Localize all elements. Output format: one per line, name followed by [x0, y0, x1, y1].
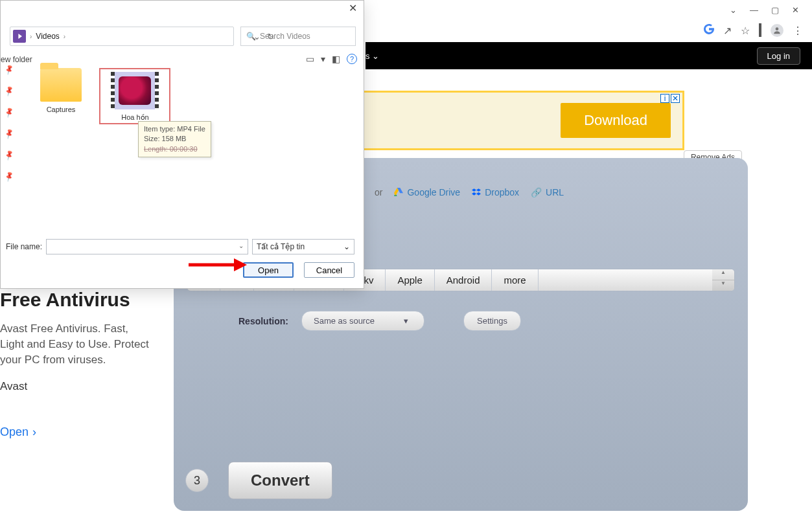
pin-icon[interactable]: 📌: [3, 128, 16, 139]
breadcrumb-separator: ›: [30, 33, 32, 40]
dialog-close-icon[interactable]: ✕: [349, 2, 357, 14]
convert-row: 3 Convert: [185, 462, 332, 499]
search-icon: 🔍: [246, 32, 256, 41]
format-stepper[interactable]: ▲▼: [712, 269, 734, 291]
extensions-icon[interactable]: [759, 25, 761, 36]
pin-icon[interactable]: 📌: [3, 149, 16, 161]
preview-pane-icon[interactable]: ◧: [332, 54, 340, 64]
source-url-label: URL: [546, 187, 564, 197]
tooltip-line: Item type: MP4 File: [144, 124, 205, 134]
pin-icon[interactable]: 📌: [3, 63, 16, 75]
google-icon[interactable]: [704, 24, 714, 37]
header-nav-item[interactable]: s ⌄: [365, 51, 379, 61]
help-icon[interactable]: ?: [347, 54, 357, 64]
ad-controls: i ✕: [660, 94, 680, 103]
format-tab[interactable]: Android: [435, 269, 493, 291]
sidebar-ad-open-link[interactable]: Open ›: [0, 425, 150, 439]
tooltip-line: Length: 00:00:30: [144, 144, 205, 154]
window-close-icon[interactable]: ✕: [792, 5, 799, 15]
ad-close-icon[interactable]: ✕: [671, 94, 680, 103]
breadcrumb-separator: ›: [64, 33, 65, 40]
sidebar-ad: Free Antivirus Avast Free Antivirus. Fas…: [0, 289, 156, 439]
pin-icon[interactable]: 📌: [3, 106, 16, 118]
bookmark-star-icon[interactable]: ☆: [741, 25, 750, 37]
file-open-dialog: ✕ › Videos › ⌄ ↻ 🔍 Search Videos ew fold…: [0, 0, 364, 289]
tooltip-line: Size: 158 MB: [144, 134, 205, 144]
chevron-down-icon[interactable]: ⌄: [238, 242, 244, 249]
source-dropbox[interactable]: Dropbox: [472, 187, 519, 197]
chevron-down-icon: ▾: [404, 316, 408, 326]
ad-info-icon[interactable]: i: [660, 94, 669, 103]
video-thumbnail: [111, 72, 159, 109]
sidebar-ad-title: Free Antivirus: [0, 289, 150, 311]
window-dropdown-icon[interactable]: ⌄: [730, 5, 737, 15]
settings-button[interactable]: Settings: [463, 311, 521, 331]
profile-icon[interactable]: [771, 24, 783, 37]
view-toolbar: ▭ ▾ ◧ ?: [306, 54, 357, 64]
format-tab[interactable]: Apple: [386, 269, 434, 291]
pin-icon[interactable]: 📌: [3, 170, 16, 182]
convert-button[interactable]: Convert: [228, 462, 332, 499]
window-restore-icon[interactable]: ▢: [771, 5, 779, 15]
nav-pins: 📌 📌 📌 📌 📌 📌: [5, 65, 14, 181]
dialog-buttons: Open Cancel: [243, 262, 354, 278]
resolution-value: Same as source: [314, 316, 375, 326]
videos-folder-icon: [13, 30, 26, 43]
site-header: s ⌄ Log in: [365, 42, 812, 69]
view-caret-icon[interactable]: ▾: [321, 54, 325, 64]
source-dropbox-label: Dropbox: [485, 187, 519, 197]
filetype-select[interactable]: Tất cả Tệp tin ⌄: [252, 239, 354, 254]
annotation-arrow: [189, 257, 247, 275]
format-tab-more[interactable]: more: [492, 269, 538, 291]
sidebar-open-label: Open: [0, 425, 29, 439]
svg-marker-2: [234, 258, 247, 271]
view-layout-icon[interactable]: ▭: [306, 54, 314, 64]
cancel-button[interactable]: Cancel: [304, 262, 354, 278]
folder-icon: [40, 68, 82, 102]
ad-download-button[interactable]: Download: [561, 103, 671, 138]
kebab-menu-icon[interactable]: ⋮: [793, 25, 803, 37]
sidebar-ad-body: Avast Free Antivirus. Fast, Light and Ea…: [0, 321, 150, 367]
resolution-row: Resolution: Same as source ▾ Settings: [238, 311, 735, 331]
open-button[interactable]: Open: [243, 262, 294, 278]
login-button[interactable]: Log in: [757, 47, 800, 65]
window-minimize-icon[interactable]: —: [750, 5, 758, 15]
filename-input[interactable]: ⌄: [46, 239, 248, 254]
window-controls: ⌄ — ▢ ✕: [717, 0, 812, 20]
filename-label: File name:: [6, 242, 42, 251]
source-or-label: or: [375, 187, 382, 197]
resolution-select[interactable]: Same as source ▾: [301, 311, 424, 331]
new-folder-label[interactable]: ew folder: [1, 55, 32, 64]
share-icon[interactable]: ↗: [723, 25, 732, 37]
source-url[interactable]: 🔗 URL: [531, 187, 564, 197]
breadcrumb-item[interactable]: Videos: [36, 32, 59, 41]
source-google-label: Google Drive: [407, 187, 460, 197]
folder-item[interactable]: Captures: [25, 68, 97, 113]
file-grid: Captures Hoa hồn: [25, 68, 170, 124]
browser-toolbar: ↗ ☆ ⋮: [695, 21, 812, 39]
resolution-label: Resolution:: [238, 316, 288, 326]
svg-point-0: [776, 27, 779, 30]
filetype-value: Tất cả Tệp tin: [257, 242, 305, 251]
chevron-right-icon: ›: [32, 425, 36, 439]
source-google-drive[interactable]: Google Drive: [394, 187, 460, 197]
video-file-item[interactable]: Hoa hồn: [99, 68, 170, 124]
step-badge: 3: [185, 469, 209, 492]
pin-icon[interactable]: 📌: [3, 85, 16, 96]
file-tooltip: Item type: MP4 File Size: 158 MB Length:…: [138, 121, 211, 157]
filename-row: File name: ⌄ Tất cả Tệp tin ⌄: [6, 239, 354, 254]
search-input[interactable]: 🔍 Search Videos: [240, 27, 356, 46]
source-row: or Google Drive Dropbox 🔗 URL: [375, 187, 735, 197]
folder-caption: Captures: [25, 106, 97, 113]
chevron-down-icon: ⌄: [343, 242, 350, 251]
breadcrumb-bar[interactable]: › Videos ›: [10, 27, 234, 46]
link-icon: 🔗: [531, 187, 542, 197]
sidebar-ad-brand: Avast: [0, 380, 150, 393]
search-placeholder: Search Videos: [260, 32, 310, 41]
